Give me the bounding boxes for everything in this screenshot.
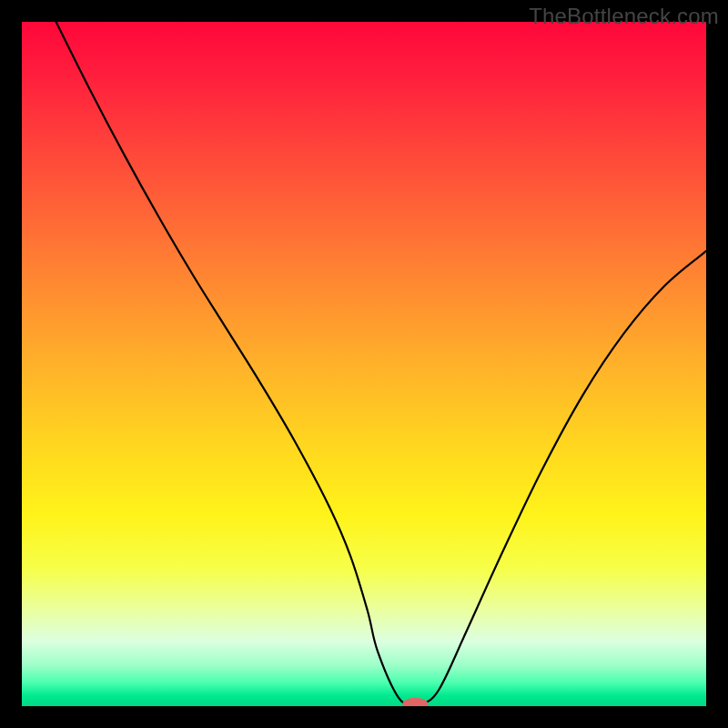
chart-svg <box>0 0 728 728</box>
optimum-marker <box>402 698 428 711</box>
bottleneck-chart: TheBottleneck.com <box>0 0 728 728</box>
attribution-label: TheBottleneck.com <box>529 4 719 29</box>
